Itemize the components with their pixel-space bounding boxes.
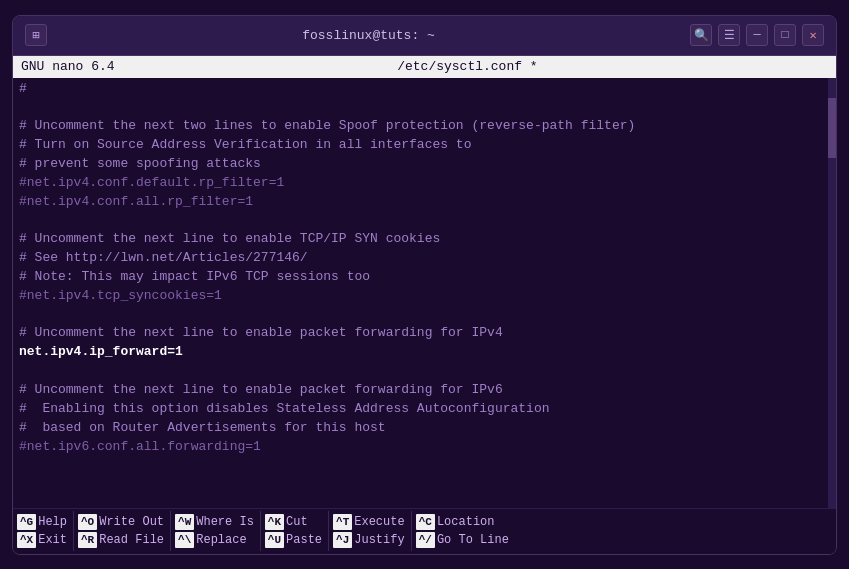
nano-filename: /etc/sysctl.conf * xyxy=(397,59,537,74)
shortcut-key: ^K xyxy=(265,514,284,530)
shortcut-divider xyxy=(170,511,171,551)
shortcut-label: Justify xyxy=(354,533,404,547)
shortcut-key: ^\ xyxy=(175,532,194,548)
nano-version: GNU nano 6.4 xyxy=(21,59,115,74)
shortcut-label: Replace xyxy=(196,533,246,547)
editor-line: #net.ipv4.conf.all.rp_filter=1 xyxy=(19,194,253,209)
shortcut-key: ^J xyxy=(333,532,352,548)
shortcut-item: ^JJustify xyxy=(333,532,405,548)
shortcut-key: ^W xyxy=(175,514,194,530)
shortcut-key: ^R xyxy=(78,532,97,548)
editor-line: # xyxy=(19,81,27,96)
shortcut-key: ^G xyxy=(17,514,36,530)
shortcut-key: ^/ xyxy=(416,532,435,548)
shortcut-col: ^GHelp^XExit xyxy=(17,514,67,548)
maximize-button[interactable]: □ xyxy=(774,24,796,46)
shortcut-item: ^WWhere Is xyxy=(175,514,254,530)
shortcut-label: Exit xyxy=(38,533,67,547)
shortcut-item: ^OWrite Out xyxy=(78,514,164,530)
shortcut-key: ^T xyxy=(333,514,352,530)
shortcut-col: ^WWhere Is^\Replace xyxy=(175,514,254,548)
shortcut-item: ^CLocation xyxy=(416,514,509,530)
editor-line: net.ipv4.ip_forward=1 xyxy=(19,344,183,359)
scrollbar[interactable] xyxy=(828,78,836,508)
titlebar: ⊞ fosslinux@tuts: ~ 🔍 ☰ ─ □ ✕ xyxy=(13,16,836,56)
editor-line: # Uncomment the next line to enable pack… xyxy=(19,325,503,340)
pin-button[interactable]: ⊞ xyxy=(25,24,47,46)
editor-line: #net.ipv4.tcp_syncookies=1 xyxy=(19,288,222,303)
shortcut-label: Execute xyxy=(354,515,404,529)
shortcut-col: ^OWrite Out^RRead File xyxy=(78,514,164,548)
editor-line: # Uncomment the next two lines to enable… xyxy=(19,118,635,133)
shortcut-divider xyxy=(328,511,329,551)
window-controls: 🔍 ☰ ─ □ ✕ xyxy=(690,24,824,46)
shortcut-label: Cut xyxy=(286,515,308,529)
menu-button[interactable]: ☰ xyxy=(718,24,740,46)
nano-spacer xyxy=(820,59,828,74)
shortcut-item: ^UPaste xyxy=(265,532,322,548)
shortcut-item: ^XExit xyxy=(17,532,67,548)
shortcut-label: Help xyxy=(38,515,67,529)
close-button[interactable]: ✕ xyxy=(802,24,824,46)
shortcut-label: Location xyxy=(437,515,495,529)
shortcut-item: ^\Replace xyxy=(175,532,254,548)
editor-line: #net.ipv4.conf.default.rp_filter=1 xyxy=(19,175,284,190)
shortcut-col: ^TExecute^JJustify xyxy=(333,514,405,548)
shortcut-label: Where Is xyxy=(196,515,254,529)
shortcut-key: ^U xyxy=(265,532,284,548)
shortcut-bar: ^GHelp^XExit^OWrite Out^RRead File^WWher… xyxy=(13,508,836,554)
shortcut-divider xyxy=(260,511,261,551)
editor-line: # Turn on Source Address Verification in… xyxy=(19,137,471,152)
shortcut-divider xyxy=(73,511,74,551)
shortcut-label: Read File xyxy=(99,533,164,547)
scrollbar-thumb[interactable] xyxy=(828,98,836,158)
shortcut-col: ^KCut^UPaste xyxy=(265,514,322,548)
minimize-button[interactable]: ─ xyxy=(746,24,768,46)
editor-line: # based on Router Advertisements for thi… xyxy=(19,420,386,435)
editor-line: # Uncomment the next line to enable TCP/… xyxy=(19,231,440,246)
window-title: fosslinux@tuts: ~ xyxy=(302,28,435,43)
shortcut-item: ^GHelp xyxy=(17,514,67,530)
shortcut-label: Go To Line xyxy=(437,533,509,547)
shortcut-key: ^X xyxy=(17,532,36,548)
terminal-window: ⊞ fosslinux@tuts: ~ 🔍 ☰ ─ □ ✕ GNU nano 6… xyxy=(12,15,837,555)
editor-line: # Uncomment the next line to enable pack… xyxy=(19,382,503,397)
shortcut-item: ^KCut xyxy=(265,514,322,530)
editor-line: # See http://lwn.net/Articles/277146/ xyxy=(19,250,308,265)
nano-header: GNU nano 6.4 /etc/sysctl.conf * xyxy=(13,56,836,78)
shortcut-label: Paste xyxy=(286,533,322,547)
editor-line: #net.ipv6.conf.all.forwarding=1 xyxy=(19,439,261,454)
shortcut-key: ^O xyxy=(78,514,97,530)
shortcut-key: ^C xyxy=(416,514,435,530)
shortcut-col: ^CLocation^/Go To Line xyxy=(416,514,509,548)
editor-line: # Enabling this option disables Stateles… xyxy=(19,401,550,416)
shortcut-divider xyxy=(411,511,412,551)
editor-area[interactable]: # # Uncomment the next two lines to enab… xyxy=(13,78,836,508)
shortcut-item: ^TExecute xyxy=(333,514,405,530)
editor-line: # Note: This may impact IPv6 TCP session… xyxy=(19,269,370,284)
shortcut-item: ^RRead File xyxy=(78,532,164,548)
editor-content: # # Uncomment the next two lines to enab… xyxy=(19,80,830,457)
search-button[interactable]: 🔍 xyxy=(690,24,712,46)
shortcut-item: ^/Go To Line xyxy=(416,532,509,548)
editor-line: # prevent some spoofing attacks xyxy=(19,156,261,171)
titlebar-left: ⊞ xyxy=(25,24,47,46)
shortcut-label: Write Out xyxy=(99,515,164,529)
